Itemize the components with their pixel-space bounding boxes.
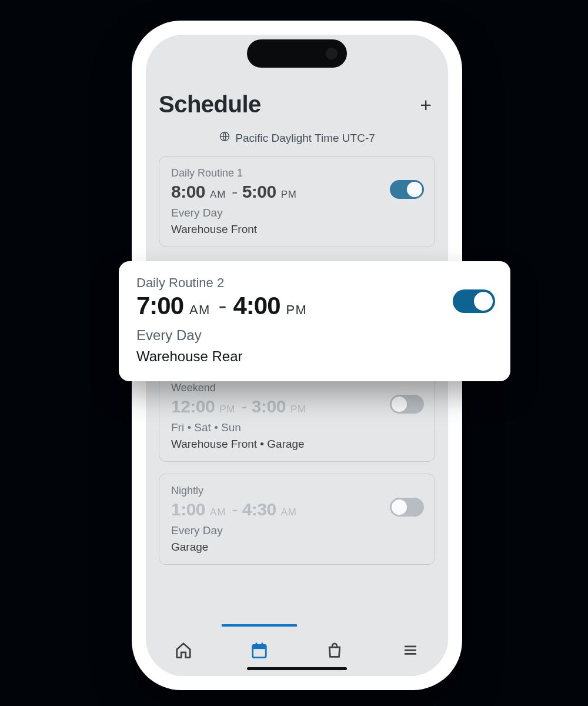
end-ampm: PM (290, 404, 306, 415)
schedule-time-range: 7:00 AM - 4:00 PM (136, 292, 493, 320)
start-ampm: AM (210, 189, 226, 201)
start-ampm: PM (219, 404, 235, 415)
schedule-name: Daily Routine 2 (136, 275, 493, 291)
schedule-days: Every Day (171, 524, 423, 537)
schedule-toggle[interactable] (390, 498, 424, 517)
end-time: 4:00 (233, 292, 280, 320)
end-ampm: PM (281, 189, 297, 201)
schedule-toggle[interactable] (453, 289, 495, 313)
start-ampm: AM (210, 507, 226, 518)
shopping-bag-icon (326, 641, 343, 661)
add-schedule-button[interactable]: + (416, 92, 435, 117)
schedule-location: Garage (171, 541, 423, 554)
home-icon (175, 641, 192, 661)
nav-menu[interactable] (373, 627, 449, 676)
schedule-time-range: 12:00 PM - 3:00 PM (171, 397, 423, 417)
globe-icon (219, 131, 230, 145)
time-dash: - (241, 397, 247, 417)
time-dash: - (232, 499, 238, 519)
schedule-location: Warehouse Front • Garage (171, 438, 423, 451)
menu-icon (402, 641, 419, 661)
calendar-icon (250, 641, 268, 661)
time-dash: - (232, 182, 238, 202)
end-ampm: AM (281, 507, 297, 518)
schedule-location: Warehouse Rear (136, 348, 493, 365)
schedule-card[interactable]: Weekend 12:00 PM - 3:00 PM Fri • Sat • S… (159, 371, 435, 462)
schedule-name: Nightly (171, 485, 423, 497)
nav-home[interactable] (146, 627, 222, 676)
svg-rect-2 (253, 645, 266, 648)
timezone-row[interactable]: Pacific Daylight Time UTC-7 (159, 131, 435, 145)
schedule-header: Schedule + (159, 91, 435, 118)
start-time: 8:00 (171, 182, 205, 202)
home-indicator (247, 667, 347, 670)
end-ampm: PM (286, 302, 307, 318)
start-time: 12:00 (171, 397, 215, 417)
schedule-card-highlighted[interactable]: Daily Routine 2 7:00 AM - 4:00 PM Every … (119, 261, 510, 381)
start-time: 1:00 (171, 499, 205, 519)
schedule-days: Fri • Sat • Sun (171, 421, 423, 434)
device-notch (247, 39, 347, 68)
schedule-days: Every Day (136, 327, 493, 344)
schedule-card[interactable]: Daily Routine 1 8:00 AM - 5:00 PM Every … (159, 156, 435, 247)
time-dash: - (218, 292, 226, 320)
timezone-label: Pacific Daylight Time UTC-7 (235, 132, 375, 145)
page-title: Schedule (159, 91, 261, 118)
schedule-toggle[interactable] (390, 180, 424, 199)
schedule-time-range: 8:00 AM - 5:00 PM (171, 182, 423, 202)
start-ampm: AM (189, 302, 210, 318)
schedule-time-range: 1:00 AM - 4:30 AM (171, 499, 423, 519)
end-time: 5:00 (242, 182, 276, 202)
schedule-card[interactable]: Nightly 1:00 AM - 4:30 AM Every Day Gara… (159, 474, 435, 565)
nav-active-indicator (222, 624, 298, 627)
end-time: 3:00 (252, 397, 286, 417)
start-time: 7:00 (136, 292, 183, 320)
schedule-days: Every Day (171, 207, 423, 219)
schedule-name: Weekend (171, 382, 423, 394)
schedule-toggle[interactable] (390, 395, 424, 414)
schedule-name: Daily Routine 1 (171, 167, 423, 179)
end-time: 4:30 (242, 499, 276, 519)
schedule-location: Warehouse Front (171, 223, 423, 236)
